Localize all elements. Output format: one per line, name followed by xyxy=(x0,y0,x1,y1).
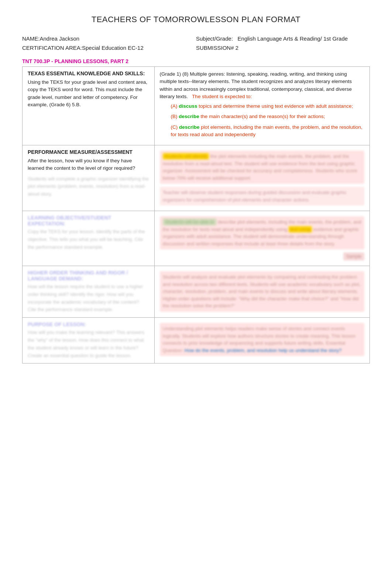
purpose-left-body: How will you make the learning relevant?… xyxy=(28,329,149,359)
describe-keyword-b: describe xyxy=(179,114,199,119)
tnt-label: TNT 700.3P - PLANNING LESSONS, PART 2 xyxy=(22,58,370,64)
teks-row: TEXAS ESSENTIAL KNOWLEDGE AND SKILLS: Us… xyxy=(23,67,370,145)
performance-row: PERFORMANCE MEASURE/ASSESSMENT After the… xyxy=(23,145,370,211)
cert-field: CERTIFICATION AREA:Special Education EC-… xyxy=(22,45,196,51)
learning-right: Students will be able to describe plot e… xyxy=(154,211,369,266)
learning-highlight: text using xyxy=(289,226,312,232)
teks-text-a: topics and determine theme using text ev… xyxy=(197,103,353,109)
page-title: TEACHERS OF TOMORROWLESSON PLAN FORMAT xyxy=(22,15,370,24)
subject-field: Subject/Grade: English Language Arts & R… xyxy=(196,35,370,42)
submission-value: 2 xyxy=(235,45,238,51)
performance-left-blurred: Students will complete a graphic organiz… xyxy=(28,175,149,198)
teks-item-b: (B) describe the main character(s) and t… xyxy=(171,113,364,120)
teks-left-body: Using the TEKS for your grade level and … xyxy=(28,79,149,108)
teks-right: (Grade 1) (8) Multiple genres: listening… xyxy=(154,67,369,145)
higher-left: HIGHER ORDER THINKING AND RIGOR / LANGUA… xyxy=(23,266,155,318)
name-field: NAME:Andrea Jackson xyxy=(22,35,196,42)
name-value: Andrea Jackson xyxy=(40,35,80,42)
performance-right-content: Students will identify the plot elements… xyxy=(160,151,364,184)
teks-letter-b: (B) xyxy=(171,114,179,119)
higher-left-body: How will the lesson require the student … xyxy=(28,283,149,314)
learning-left: LEARNING OBJECTIVE/STUDENT EXPECTATION: … xyxy=(23,211,155,266)
submission-label: SUBMISSION# xyxy=(196,45,234,51)
subject-label: Subject/Grade: xyxy=(196,35,233,42)
purpose-right-content: Understanding plot elements helps reader… xyxy=(160,323,364,356)
performance-body: After the lesson, how will you know if t… xyxy=(28,157,149,172)
purpose-row: PURPOSE OF LESSON: How will you make the… xyxy=(23,318,370,363)
higher-order-row: HIGHER ORDER THINKING AND RIGOR / LANGUA… xyxy=(23,266,370,318)
expected-text: The student is expected to: xyxy=(192,94,252,99)
teks-text-b: the main character(s) and the reason(s) … xyxy=(199,114,325,119)
learning-left-title: LEARNING OBJECTIVE/STUDENT EXPECTATION: xyxy=(28,215,149,227)
performance-left: PERFORMANCE MEASURE/ASSESSMENT After the… xyxy=(23,145,155,211)
performance-right-extra: Teacher will observe student responses d… xyxy=(160,187,364,206)
teks-left: TEXAS ESSENTIAL KNOWLEDGE AND SKILLS: Us… xyxy=(23,67,155,145)
learning-left-body: Copy the TEKS for your lesson. Identify … xyxy=(28,228,149,251)
header-info: NAME:Andrea Jackson Subject/Grade: Engli… xyxy=(22,35,370,51)
performance-highlight: Students will identify xyxy=(163,153,209,159)
purpose-essential-question: How do the events, problem, and resoluti… xyxy=(185,348,342,353)
higher-left-title: HIGHER ORDER THINKING AND RIGOR / LANGUA… xyxy=(28,270,149,282)
submission-field: SUBMISSION# 2 xyxy=(196,45,370,51)
discuss-keyword: discuss xyxy=(179,103,197,109)
cert-value: Special Education EC-12 xyxy=(82,45,144,51)
performance-right: Students will identify the plot elements… xyxy=(154,145,369,211)
purpose-right: Understanding plot elements helps reader… xyxy=(154,318,369,363)
learning-right-corner: Sample xyxy=(160,251,364,262)
name-label: NAME: xyxy=(22,35,40,42)
performance-title: PERFORMANCE MEASURE/ASSESSMENT xyxy=(28,149,149,155)
teks-text-c: plot elements, including the main events… xyxy=(171,124,362,137)
teks-items-list: (A) discuss topics and determine theme u… xyxy=(171,103,364,138)
learning-green-text: Students will be able to xyxy=(163,218,217,225)
main-table: TEXAS ESSENTIAL KNOWLEDGE AND SKILLS: Us… xyxy=(22,66,370,363)
cert-label: CERTIFICATION AREA: xyxy=(22,45,82,51)
teks-intro-text: (Grade 1) (8) Multiple genres: listening… xyxy=(160,71,352,99)
purpose-left-title: PURPOSE OF LESSON: xyxy=(28,321,149,327)
teks-letter-c: (C) xyxy=(171,124,179,130)
describe-keyword-c: describe xyxy=(179,124,200,130)
purpose-left: PURPOSE OF LESSON: How will you make the… xyxy=(23,318,155,363)
teks-item-c: (C) describe plot elements, including th… xyxy=(171,124,364,139)
learning-right-content: Students will be able to describe plot e… xyxy=(160,216,364,249)
teks-right-intro: (Grade 1) (8) Multiple genres: listening… xyxy=(160,70,364,100)
learning-corner-label: Sample xyxy=(343,252,364,261)
teks-letter-a: (A) xyxy=(171,103,179,109)
learning-row: LEARNING OBJECTIVE/STUDENT EXPECTATION: … xyxy=(23,211,370,266)
subject-value: English Language Arts & Reading/ 1st Gra… xyxy=(238,35,348,42)
teks-item-a: (A) discuss topics and determine theme u… xyxy=(171,103,364,110)
higher-right-content: Students will analyze and evaluate plot … xyxy=(160,271,364,312)
higher-right: Students will analyze and evaluate plot … xyxy=(154,266,369,318)
teks-left-title: TEXAS ESSENTIAL KNOWLEDGE AND SKILLS: xyxy=(28,70,149,76)
